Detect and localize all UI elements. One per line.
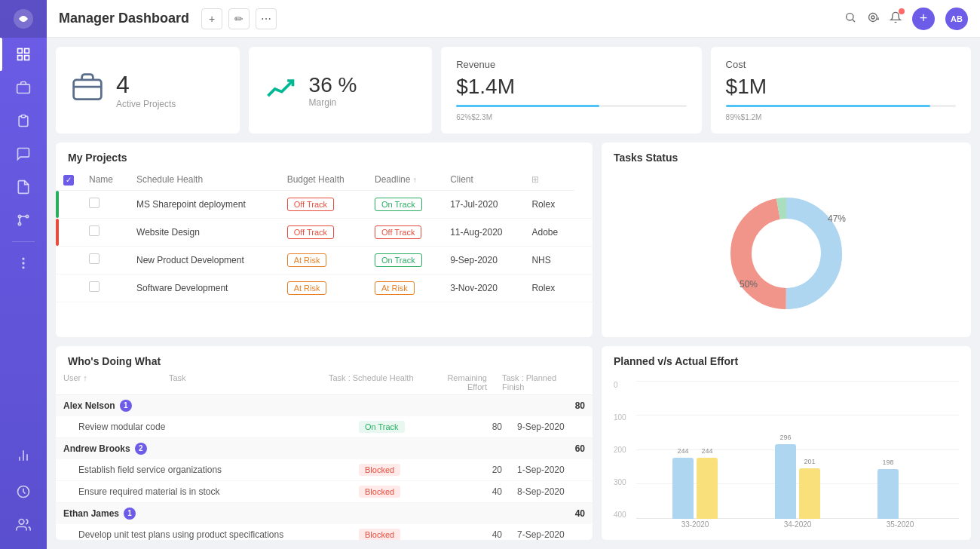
row-checkbox[interactable]	[89, 225, 100, 236]
revenue-progress-bar	[456, 105, 686, 107]
svg-rect-4	[25, 56, 29, 60]
group-total: 40	[575, 508, 585, 519]
wdw-task-row[interactable]: Ensure required material is in stock Blo…	[56, 481, 593, 503]
y-label-300: 300	[614, 478, 636, 486]
x-label-1: 33-2020	[681, 520, 709, 532]
sidebar-item-more[interactable]	[0, 247, 47, 280]
cost-progress-labels: 89% $1.2M	[726, 113, 762, 121]
active-projects-label: Active Projects	[116, 99, 176, 109]
table-row[interactable]: Software Development At Risk At Risk 3-N…	[56, 274, 593, 302]
table-row[interactable]: MS Sharepoint deployment Off Track On Tr…	[56, 190, 593, 218]
donut-chart-container: 47% 50%	[602, 170, 971, 337]
sidebar-item-branch[interactable]	[0, 204, 47, 237]
svg-rect-2	[25, 49, 29, 54]
sidebar-item-document[interactable]	[0, 170, 47, 204]
header-actions: + ✏ ⋯	[201, 8, 277, 29]
bar-group-2: 296 201	[775, 444, 820, 519]
cost-progress-bar	[726, 105, 956, 107]
briefcase-icon	[71, 70, 104, 110]
bar-1-actual-label: 244	[701, 447, 712, 455]
group-name: Andrew Brooks	[63, 443, 130, 454]
col-name: Name	[81, 170, 129, 190]
wdw-group-header: Alex Nelson 1 80	[56, 395, 593, 416]
group-count: 2	[135, 443, 147, 455]
svg-point-22	[871, 16, 874, 19]
sidebar-item-dashboard[interactable]	[0, 38, 47, 71]
col-settings[interactable]: ⊞	[524, 170, 574, 190]
y-label-400: 400	[614, 511, 636, 519]
whos-doing-what-card: Who's Doing What User ↑ Task Task : Sche…	[56, 346, 593, 541]
sidebar-item-chart[interactable]	[0, 439, 47, 472]
select-all-checkbox[interactable]: ✓	[63, 175, 74, 186]
cost-card: Cost $1M 89% $1.2M	[711, 47, 971, 133]
wdw-table[interactable]: Alex Nelson 1 80 Review modular code On …	[56, 395, 593, 541]
group-name: Alex Nelson	[63, 400, 115, 411]
wdw-group-header: Ethan James 1 40	[56, 503, 593, 524]
edit-button[interactable]: ✏	[228, 8, 250, 29]
row-checkbox[interactable]	[89, 198, 100, 208]
user-avatar[interactable]: AB	[945, 8, 968, 30]
task-name: Establish field service organizations	[78, 465, 359, 475]
margin-label: Margin	[309, 97, 357, 108]
project-name: MS Sharepoint deployment	[129, 190, 280, 218]
sidebar-item-clock[interactable]	[0, 475, 47, 508]
svg-point-19	[19, 520, 24, 525]
bar-group-3: 198	[877, 469, 923, 519]
notifications-button[interactable]	[890, 11, 902, 26]
project-deadline: 11-Aug-2020	[443, 218, 524, 246]
sidebar-item-users[interactable]	[0, 508, 47, 541]
planned-effort-header: Planned v/s Actual Effort	[602, 346, 971, 373]
task-finish: 7-Sep-2020	[517, 529, 585, 540]
bar-2-actual	[799, 468, 820, 519]
main-area: Manager Dashboard + ✏ ⋯	[47, 0, 980, 549]
tasks-status-card: Tasks Status	[602, 143, 971, 337]
table-row[interactable]: Website Design Off Track Off Track 11-Au…	[56, 218, 593, 246]
revenue-pct-left: 62%	[456, 113, 471, 121]
y-label-0: 0	[614, 381, 636, 389]
col-budget: Budget Health	[280, 170, 367, 190]
projects-table-container[interactable]: ✓ Name Schedule Health Budget Health Dea…	[56, 170, 593, 337]
cost-pct-left: 89%	[726, 113, 741, 121]
active-projects-card: 4 Active Projects	[56, 47, 240, 133]
table-row[interactable]: New Product Development At Risk On Track…	[56, 246, 593, 274]
task-remaining: 40	[457, 529, 517, 540]
revenue-progress-fill	[456, 105, 599, 107]
at-mention-button[interactable]	[867, 11, 879, 26]
stats-row: 4 Active Projects 36 % Margin	[56, 47, 971, 133]
task-remaining: 40	[457, 486, 517, 497]
app-logo[interactable]	[0, 0, 47, 38]
task-health: Blocked	[359, 486, 457, 498]
revenue-pct-right: $2.3M	[471, 113, 492, 121]
create-button[interactable]: +	[912, 8, 935, 30]
wdw-task-row[interactable]: Establish field service organizations Bl…	[56, 459, 593, 481]
projects-table: ✓ Name Schedule Health Budget Health Dea…	[56, 170, 593, 302]
page-title: Manager Dashboard	[59, 11, 189, 26]
sidebar-item-briefcase[interactable]	[0, 71, 47, 104]
row-checkbox[interactable]	[89, 281, 100, 292]
row-checkbox[interactable]	[89, 253, 100, 264]
project-name: Website Design	[129, 218, 280, 246]
col-remaining-label: Remaining Effort	[427, 373, 502, 391]
bar-2-planned-label: 296	[779, 434, 791, 441]
wdw-task-row[interactable]: Develop unit test plans using product sp…	[56, 524, 593, 541]
group-total: 60	[575, 443, 585, 454]
task-finish: 1-Sep-2020	[517, 465, 585, 475]
task-health: On Track	[359, 421, 457, 433]
my-projects-card: My Projects ✓ Name Schedule Health Budge…	[56, 143, 593, 337]
tasks-status-header: Tasks Status	[602, 143, 971, 170]
budget-badge: Off Track	[375, 225, 421, 239]
search-button[interactable]	[844, 11, 856, 26]
project-deadline: 17-Jul-2020	[443, 190, 524, 218]
task-name: Develop unit test plans using product sp…	[78, 529, 359, 540]
cost-progress-fill	[726, 105, 931, 107]
trend-icon	[264, 72, 297, 109]
add-tab-button[interactable]: +	[201, 8, 222, 29]
sidebar-item-clipboard[interactable]	[0, 104, 47, 137]
revenue-header: Revenue	[456, 59, 495, 70]
wdw-task-row[interactable]: Review modular code On Track 80 9-Sep-20…	[56, 416, 593, 438]
schedule-badge: Off Track	[287, 198, 334, 211]
margin-card: 36 % Margin	[249, 47, 433, 133]
sidebar-item-chat[interactable]	[0, 137, 47, 170]
more-options-button[interactable]: ⋯	[256, 8, 277, 29]
x-label-2: 34-2020	[784, 520, 812, 532]
